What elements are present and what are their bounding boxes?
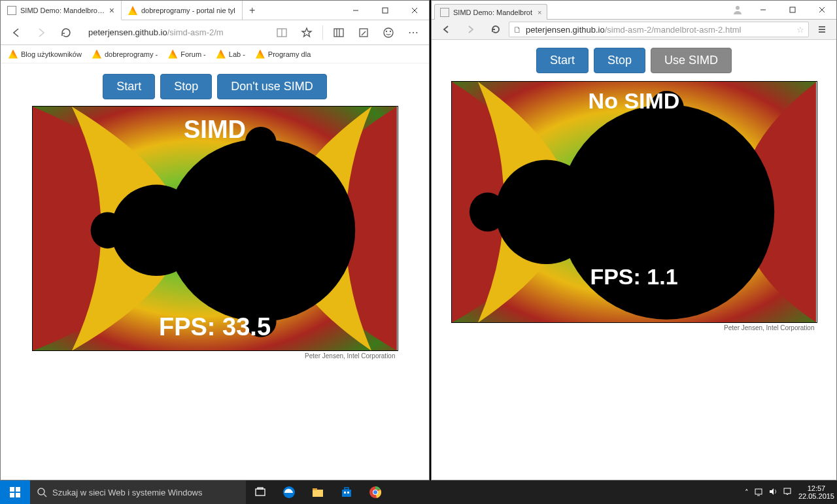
stop-button[interactable]: Stop xyxy=(594,48,645,73)
back-button[interactable] xyxy=(434,19,458,40)
svg-point-16 xyxy=(90,212,124,248)
close-icon[interactable]: × xyxy=(538,8,541,16)
task-view-button[interactable] xyxy=(246,480,275,504)
svg-rect-9 xyxy=(360,29,367,37)
svg-rect-46 xyxy=(347,492,349,494)
taskbar-apps xyxy=(246,480,390,504)
svg-rect-44 xyxy=(345,488,349,490)
bookmark-item[interactable]: dobreprogramy - xyxy=(88,48,162,60)
bookmark-item[interactable]: Programy dla xyxy=(252,48,315,60)
svg-point-11 xyxy=(386,31,387,31)
svg-rect-35 xyxy=(16,493,20,497)
minimize-button[interactable] xyxy=(341,1,370,20)
edge-tab-dp[interactable]: dobreprogramy - portal nie tyl xyxy=(122,1,243,20)
bookmark-item[interactable]: Forum - xyxy=(164,48,210,60)
taskbar-clock[interactable]: 12:57 22.05.2015 xyxy=(798,484,834,500)
bookmark-label: Lab - xyxy=(229,50,245,58)
attribution-text: Peter Jensen, Intel Corporation xyxy=(451,323,817,331)
svg-line-37 xyxy=(44,494,46,497)
edge-taskbar-icon[interactable] xyxy=(275,480,303,504)
mandelbrot-canvas: No SIMD FPS: 1.1 xyxy=(451,81,817,323)
start-menu-button[interactable] xyxy=(0,480,30,504)
chrome-window-controls xyxy=(727,1,836,19)
svg-rect-34 xyxy=(10,493,14,497)
svg-point-49 xyxy=(373,490,377,494)
taskbar-search[interactable]: Szukaj w sieci Web i systemie Windows xyxy=(30,480,246,504)
edge-titlebar: SIMD Demo: Mandelbrot A × dobreprogramy … xyxy=(1,1,429,20)
bookmark-item[interactable]: Blog użytkowników xyxy=(5,48,86,60)
tray-chevron-icon[interactable]: ˄ xyxy=(745,488,749,497)
svg-rect-50 xyxy=(755,489,762,494)
bookmark-label: Blog użytkowników xyxy=(21,50,82,58)
bookmarks-bar: Blog użytkowników dobreprogramy - Forum … xyxy=(1,45,429,63)
forward-button[interactable] xyxy=(29,22,53,43)
network-icon[interactable] xyxy=(754,487,763,497)
url-bar[interactable]: peterjensen.github.io/simd-asm-2/m xyxy=(84,23,269,42)
star-icon[interactable]: ☆ xyxy=(796,25,804,35)
mandelbrot-canvas: SIMD FPS: 33.5 xyxy=(32,106,398,351)
search-placeholder: Szukaj w sieci Web i systemie Windows xyxy=(52,488,203,497)
url-path: /simd-asm-2/m xyxy=(167,27,224,37)
page-icon xyxy=(7,6,16,15)
forward-button[interactable] xyxy=(459,19,483,40)
chrome-toolbar: 🗋 peterjensen.github.io/simd-asm-2/mande… xyxy=(432,19,836,40)
tab-title: dobreprogramy - portal nie tyl xyxy=(141,7,235,14)
more-button[interactable]: ⋯ xyxy=(401,22,425,43)
dp-favicon-icon xyxy=(128,6,137,15)
close-button[interactable] xyxy=(807,1,836,19)
svg-rect-33 xyxy=(16,487,20,492)
svg-point-10 xyxy=(384,28,393,37)
refresh-button[interactable] xyxy=(484,19,507,40)
bookmark-label: Programy dla xyxy=(268,50,311,58)
toggle-simd-button[interactable]: Don't use SIMD xyxy=(217,74,326,99)
edge-tab-simd[interactable]: SIMD Demo: Mandelbrot A × xyxy=(1,1,122,20)
dp-favicon-icon xyxy=(216,50,226,59)
dp-favicon-icon xyxy=(9,50,18,59)
chrome-taskbar-icon[interactable] xyxy=(361,480,390,504)
attribution-text: Peter Jensen, Intel Corporation xyxy=(32,351,398,360)
toggle-simd-button[interactable]: Use SIMD xyxy=(651,48,732,73)
start-button[interactable]: Start xyxy=(103,74,155,99)
notifications-icon[interactable] xyxy=(783,487,792,497)
user-button[interactable] xyxy=(727,1,748,19)
dp-favicon-icon xyxy=(256,50,265,59)
chrome-tab-simd[interactable]: SIMD Demo: Mandelbrot × xyxy=(434,4,547,20)
system-tray: ˄ 12:57 22.05.2015 xyxy=(739,484,837,500)
fps-label: FPS: 33.5 xyxy=(159,313,271,341)
dp-favicon-icon xyxy=(92,50,101,59)
reading-view-button[interactable] xyxy=(270,22,294,43)
edge-window-controls xyxy=(341,1,429,20)
back-button[interactable] xyxy=(5,22,28,43)
fps-label: FPS: 1.1 xyxy=(590,264,677,290)
stop-button[interactable]: Stop xyxy=(160,74,212,99)
url-host: peterjensen.github.io xyxy=(526,25,605,35)
new-tab-button[interactable]: + xyxy=(243,1,262,20)
bookmark-item[interactable]: Lab - xyxy=(213,48,249,60)
close-icon[interactable]: × xyxy=(109,5,114,16)
svg-point-12 xyxy=(390,31,391,31)
volume-icon[interactable] xyxy=(768,487,777,497)
minimize-button[interactable] xyxy=(748,1,777,19)
maximize-button[interactable] xyxy=(777,1,807,19)
fractal-container: SIMD FPS: 33.5 Peter Jensen, Intel Corpo… xyxy=(32,106,398,360)
url-bar[interactable]: 🗋 peterjensen.github.io/simd-asm-2/mande… xyxy=(509,22,809,37)
webnote-button[interactable] xyxy=(352,22,375,43)
explorer-taskbar-icon[interactable] xyxy=(303,480,332,504)
svg-point-29 xyxy=(495,160,596,264)
page-icon xyxy=(440,8,449,17)
favorite-button[interactable] xyxy=(295,22,318,43)
chrome-browser-window: SIMD Demo: Mandelbrot × 🗋 peterjensen.gi… xyxy=(431,0,837,480)
close-button[interactable] xyxy=(400,1,429,20)
hub-button[interactable] xyxy=(327,22,350,43)
dp-favicon-icon xyxy=(168,50,177,59)
svg-rect-6 xyxy=(334,29,343,37)
menu-button[interactable] xyxy=(810,19,834,40)
store-taskbar-icon[interactable] xyxy=(332,480,361,504)
edge-tabs: SIMD Demo: Mandelbrot A × dobreprogramy … xyxy=(1,1,341,20)
maximize-button[interactable] xyxy=(370,1,400,20)
feedback-button[interactable] xyxy=(377,22,400,43)
file-icon: 🗋 xyxy=(513,25,522,35)
start-button[interactable]: Start xyxy=(536,48,589,73)
refresh-button[interactable] xyxy=(54,22,78,43)
chrome-tabs: SIMD Demo: Mandelbrot × xyxy=(432,3,727,19)
